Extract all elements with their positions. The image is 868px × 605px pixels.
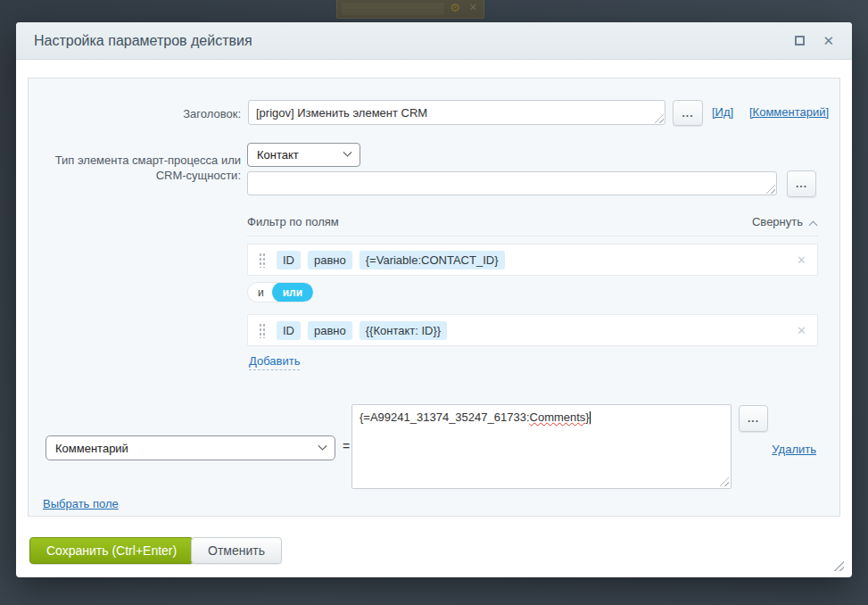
filter-section-title: Фильтр по полям	[247, 215, 339, 228]
cancel-button[interactable]: Отменить	[191, 537, 282, 564]
entity-type-label: Тип элемента смарт-процесса или CRM-сущн…	[29, 153, 241, 183]
property-more-button[interactable]: ...	[739, 405, 768, 432]
insert-comment-link[interactable]: [Комментарий]	[749, 105, 829, 119]
dialog-title: Настройка параметров действия	[34, 33, 795, 49]
filter-collapse-label: Свернуть	[752, 215, 803, 228]
filter-value-chip[interactable]: {=Variable:CONTACT_ID}	[360, 251, 505, 269]
delete-property-link[interactable]: Удалить	[772, 443, 816, 456]
filter-field-chip[interactable]: ID	[277, 321, 301, 340]
filter-field-chip[interactable]: ID	[277, 251, 301, 269]
dialog-header: Настройка параметров действия ✕	[16, 22, 852, 60]
add-filter-link[interactable]: Добавить	[249, 354, 300, 370]
filter-collapse-toggle[interactable]: Свернуть	[752, 215, 816, 228]
close-icon: ✕	[469, 2, 477, 13]
filter-row: ID равно {{Контакт: ID}} ✕	[247, 314, 818, 346]
title-field-label: Заголовок:	[29, 107, 241, 120]
remove-filter-icon[interactable]: ✕	[797, 253, 806, 267]
save-button[interactable]: Сохранить (Ctrl+Enter)	[29, 537, 194, 564]
drag-handle-icon[interactable]	[259, 253, 266, 268]
entity-type-select[interactable]: Контакт	[247, 143, 360, 167]
filter-row: ID равно {=Variable:CONTACT_ID} ✕	[247, 244, 818, 276]
property-value-textarea[interactable]: {=A99241_31374_35247_61733:Comments}	[351, 404, 732, 489]
page-background: ⚙ ✕ Настройка параметров действия ✕ Заго…	[0, 0, 868, 605]
select-field-link[interactable]: Выбрать поле	[43, 497, 119, 510]
equals-sign: =	[343, 439, 350, 453]
chevron-up-icon	[809, 221, 818, 230]
entity-id-input-wrap	[247, 171, 777, 195]
filter-divider	[247, 236, 818, 236]
joiner-or-option[interactable]: или	[272, 282, 313, 302]
chevron-down-icon	[343, 148, 352, 157]
text-caret	[590, 411, 591, 424]
dialog-window-controls: ✕	[795, 34, 834, 47]
textarea-resize-grip-icon[interactable]	[719, 477, 729, 486]
dialog-resize-grip-icon[interactable]	[831, 559, 844, 571]
joiner-and-option[interactable]: и	[248, 286, 272, 299]
entity-id-input[interactable]	[247, 171, 777, 195]
action-settings-dialog: Настройка параметров действия ✕ Заголово…	[16, 22, 852, 577]
filter-value-chip[interactable]: {{Контакт: ID}}	[360, 321, 447, 340]
insert-id-link[interactable]: [Ид]	[712, 105, 733, 119]
filter-operator-chip[interactable]: равно	[308, 321, 352, 340]
property-field-select-value: Комментарий	[55, 442, 319, 455]
form-panel: Заголовок: ... [Ид] [Комментарий] Тип эл…	[28, 78, 840, 517]
remove-filter-icon[interactable]: ✕	[797, 324, 806, 337]
title-input-wrap	[248, 100, 665, 125]
chevron-down-icon	[318, 441, 327, 450]
property-field-select[interactable]: Комментарий	[45, 435, 335, 460]
entity-type-select-value: Контакт	[257, 148, 344, 162]
property-value-text: {=A99241_31374_35247_61733:	[360, 410, 530, 424]
filter-joiner-toggle: и или	[247, 282, 314, 302]
title-more-button[interactable]: ...	[673, 100, 703, 126]
maximize-icon[interactable]	[795, 36, 805, 46]
gear-icon: ⚙	[450, 1, 460, 14]
entity-more-button[interactable]: ...	[787, 170, 816, 197]
drag-handle-icon[interactable]	[259, 323, 266, 338]
close-icon[interactable]: ✕	[823, 34, 834, 47]
filter-operator-chip[interactable]: равно	[308, 251, 352, 269]
background-workflow-node: ⚙ ✕	[336, 0, 484, 19]
property-value-misspelled: Comments}	[530, 410, 590, 424]
background-node-body	[342, 3, 444, 15]
title-input[interactable]	[248, 100, 665, 125]
